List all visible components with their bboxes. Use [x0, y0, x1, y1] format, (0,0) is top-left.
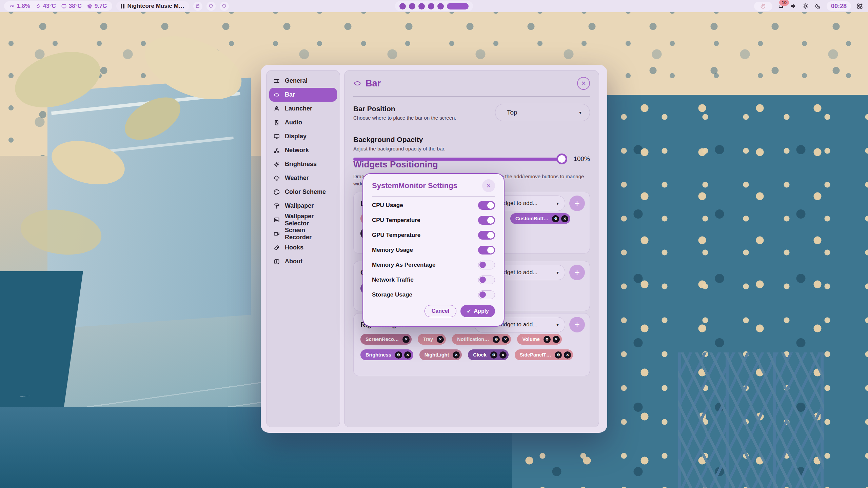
widget-chip[interactable]: ScreenReco… ✕	[360, 334, 412, 345]
sidebar-item-general[interactable]: General	[269, 74, 337, 88]
cpu-temp-stat: 43°C	[35, 3, 56, 9]
sidebar-item-color-scheme[interactable]: Color Scheme	[269, 185, 337, 199]
systemmonitor-settings-dialog: SystemMonitor Settings ✕ CPU Usage CPU T…	[362, 173, 505, 327]
visualizer-button[interactable]	[193, 2, 202, 11]
widget-chip[interactable]: NightLight ✕	[419, 349, 462, 360]
remove-icon[interactable]: ✕	[453, 351, 460, 359]
volume-button[interactable]	[790, 3, 797, 9]
page-title: Bar	[366, 78, 381, 89]
add-widget-button[interactable]: +	[569, 317, 585, 332]
sidebar-item-wallpaper-selector[interactable]: Wallpaper Selector	[269, 213, 337, 227]
gpu-temperature-toggle[interactable]	[478, 231, 495, 240]
memory-stat: 9.7G	[87, 3, 107, 9]
link-icon	[273, 244, 280, 251]
chevron-down-icon: ▾	[556, 322, 559, 327]
remove-icon[interactable]: ✕	[404, 351, 411, 359]
sun-icon	[802, 3, 809, 9]
sidebar-item-network[interactable]: Network	[269, 143, 337, 157]
heart-icon	[221, 3, 227, 9]
remove-icon[interactable]: ✕	[564, 351, 571, 359]
cpu-temperature-toggle[interactable]	[478, 216, 495, 225]
toggle-label: Memory As Percentage	[372, 262, 435, 268]
idle-inhibitor-pill[interactable]	[754, 2, 772, 11]
media-player-pill[interactable]: Nightcore Music Mix 20…	[116, 1, 189, 11]
workspace-dot-5[interactable]	[437, 3, 444, 9]
slider-knob[interactable]	[556, 154, 567, 164]
hand-icon	[760, 3, 767, 9]
sidebar-item-display[interactable]: Display	[269, 129, 337, 143]
paint-roller-icon	[273, 203, 280, 209]
gear-icon[interactable]: ⚙	[493, 336, 500, 343]
app-launcher-button[interactable]	[856, 3, 863, 9]
widget-chip[interactable]: Brightness ⚙ ✕	[360, 349, 413, 360]
workspace-indicator	[395, 1, 473, 11]
gear-icon[interactable]: ⚙	[544, 336, 551, 343]
system-stats-pill[interactable]: 1.8% 43°C 38°C 9.7G	[4, 1, 112, 11]
remove-icon[interactable]: ✕	[499, 351, 507, 359]
night-light-button[interactable]	[814, 3, 821, 9]
remove-icon[interactable]: ✕	[502, 336, 509, 343]
chevron-down-icon: ▾	[579, 110, 581, 115]
cpu-usage-toggle[interactable]	[478, 201, 495, 210]
widget-chip[interactable]: CustomButt… ⚙ ✕	[510, 213, 570, 224]
like-button[interactable]	[220, 2, 229, 11]
divider	[353, 96, 590, 97]
memory-usage-toggle[interactable]	[478, 246, 495, 255]
monitor-icon	[61, 3, 67, 9]
gear-icon[interactable]: ⚙	[395, 351, 402, 359]
remove-icon[interactable]: ✕	[402, 336, 410, 343]
sidebar-item-screen-recorder[interactable]: Screen Recorder	[269, 227, 337, 241]
close-settings-button[interactable]: ✕	[577, 77, 590, 90]
brightness-button[interactable]	[802, 3, 809, 9]
apply-button[interactable]: ✓ Apply	[460, 305, 495, 317]
remove-icon[interactable]: ✕	[561, 215, 568, 222]
moon-slash-icon	[814, 3, 821, 9]
gear-icon[interactable]: ⚙	[555, 351, 562, 359]
network-traffic-toggle[interactable]	[478, 276, 495, 284]
gear-icon[interactable]: ⚙	[490, 351, 497, 359]
cpu-usage-stat: 1.8%	[9, 3, 30, 9]
workspace-dot-2[interactable]	[409, 3, 415, 9]
add-widget-button[interactable]: +	[569, 196, 585, 211]
workspace-dot-1[interactable]	[399, 3, 406, 9]
workspace-dot-4[interactable]	[428, 3, 434, 9]
memory-as-percentage-toggle[interactable]	[478, 261, 495, 269]
notifications-button[interactable]: 10	[778, 3, 785, 9]
bar-position-label: Bar Position	[353, 105, 456, 113]
sliders-icon	[273, 78, 280, 84]
workspace-dot-3[interactable]	[418, 3, 425, 9]
sidebar-item-launcher[interactable]: Launcher	[269, 102, 337, 116]
clock[interactable]: 00:28	[827, 1, 851, 11]
toggle-label: Network Traffic	[372, 277, 414, 283]
favorite-button[interactable]	[206, 2, 216, 11]
cancel-button[interactable]: Cancel	[425, 305, 456, 317]
widget-chip[interactable]: SidePanelT… ⚙ ✕	[515, 349, 573, 360]
speaker-icon	[790, 3, 797, 9]
close-dialog-button[interactable]: ✕	[482, 179, 495, 192]
sidebar-item-hooks[interactable]: Hooks	[269, 241, 337, 255]
grid-plus-icon	[856, 3, 863, 9]
gear-icon[interactable]: ⚙	[552, 215, 559, 222]
background-opacity-label: Background Opacity	[353, 136, 590, 144]
bar-position-description: Choose where to place the bar on the scr…	[353, 115, 456, 121]
widget-chip[interactable]: Notification… ⚙ ✕	[452, 334, 511, 345]
sidebar-item-wallpaper[interactable]: Wallpaper	[269, 199, 337, 213]
storage-usage-toggle[interactable]	[478, 290, 495, 299]
sidebar-item-bar[interactable]: Bar	[269, 88, 337, 102]
widget-chip[interactable]: Tray ✕	[418, 334, 446, 345]
wallpaper-fence	[678, 352, 824, 488]
remove-icon[interactable]: ✕	[437, 336, 444, 343]
sidebar-item-audio[interactable]: Audio	[269, 116, 337, 129]
sidebar-item-about[interactable]: About	[269, 255, 337, 268]
add-widget-button[interactable]: +	[569, 265, 585, 280]
background-opacity-description: Adjust the background opacity of the bar…	[353, 146, 590, 151]
remove-icon[interactable]: ✕	[553, 336, 560, 343]
workspace-dot-6-active[interactable]	[447, 3, 469, 9]
pause-icon	[121, 4, 124, 8]
sidebar-item-brightness[interactable]: Brightness	[269, 157, 337, 171]
palette-icon	[273, 189, 280, 196]
sidebar-item-weather[interactable]: Weather	[269, 171, 337, 185]
widget-chip[interactable]: Clock ⚙ ✕	[468, 349, 509, 360]
widget-chip[interactable]: Volume ⚙ ✕	[517, 334, 561, 345]
bar-position-dropdown[interactable]: Top ▾	[495, 104, 590, 121]
